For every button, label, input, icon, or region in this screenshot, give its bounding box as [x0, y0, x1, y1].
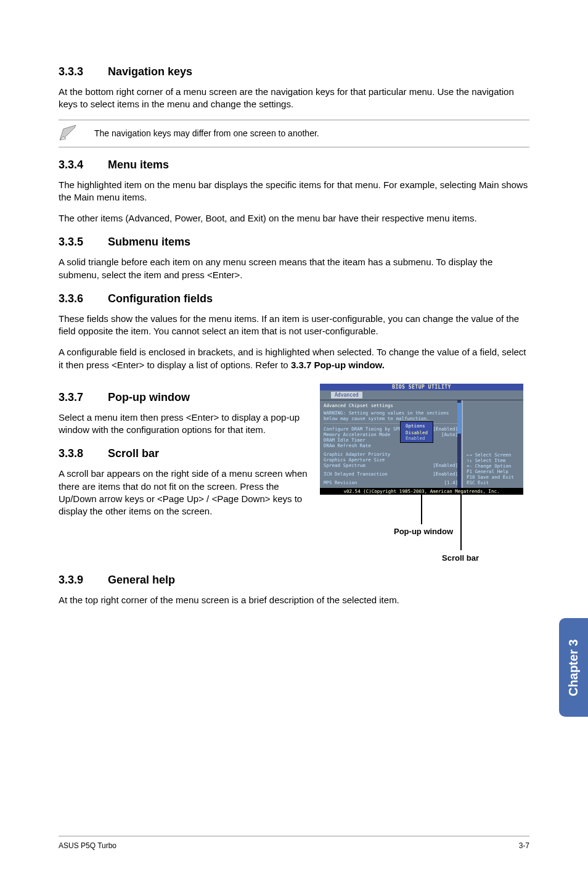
leader-line-scroll — [460, 495, 462, 550]
heading-335: 3.3.5Submenu items — [59, 236, 529, 249]
p-333-1: At the bottom right corner of a menu scr… — [59, 86, 529, 111]
bios-title: BIOS SETUP UTILITY — [320, 384, 523, 390]
heading-339: 3.3.9General help — [59, 574, 529, 587]
p-336-2: A configurable field is enclosed in brac… — [59, 346, 529, 371]
bios-screenshot: BIOS SETUP UTILITY Advanced Advanced Chi… — [320, 384, 523, 495]
p-336-1: These fields show the values for the men… — [59, 313, 529, 338]
page-footer: ASUS P5Q Turbo 3-7 — [59, 836, 529, 850]
note-text: The navigation keys may differ from one … — [88, 128, 529, 138]
bios-help-panel: ←→ Select Screen ↑↓ Select Item +- Chang… — [462, 400, 523, 488]
heading-338: 3.3.8Scroll bar — [59, 447, 308, 460]
callout-popup: Pop-up window — [394, 527, 453, 536]
footer-left: ASUS P5Q Turbo — [59, 841, 116, 850]
heading-334: 3.3.4Menu items — [59, 159, 529, 171]
p-338-1: A scroll bar appears on the right side o… — [59, 468, 308, 518]
heading-337: 3.3.7Pop-up window — [59, 391, 308, 404]
p-334-2: The other items (Advanced, Power, Boot, … — [59, 212, 529, 225]
callout-scrollbar: Scroll bar — [442, 553, 479, 563]
note-block: The navigation keys may differ from one … — [59, 120, 529, 147]
heading-336: 3.3.6Configuration fields — [59, 292, 529, 305]
p-335-1: A solid triangle before each item on any… — [59, 256, 529, 281]
footer-right: 3-7 — [519, 841, 529, 850]
leader-line-popup — [421, 495, 422, 524]
p-337-1: Select a menu item then press <Enter> to… — [59, 411, 308, 437]
pencil-note-icon — [59, 124, 88, 143]
bios-tab-advanced: Advanced — [331, 392, 362, 398]
chapter-tab: Chapter 3 — [559, 618, 588, 717]
p-334-1: The highlighted item on the menu bar dis… — [59, 179, 529, 204]
heading-333: 3.3.3Navigation keys — [59, 65, 529, 78]
bios-popup: Options Disabled Enabled — [400, 421, 433, 443]
bios-footer: v02.54 (C)Copyright 1985-2003, American … — [320, 488, 523, 495]
p-339-1: At the top right corner of the menu scre… — [59, 594, 529, 606]
